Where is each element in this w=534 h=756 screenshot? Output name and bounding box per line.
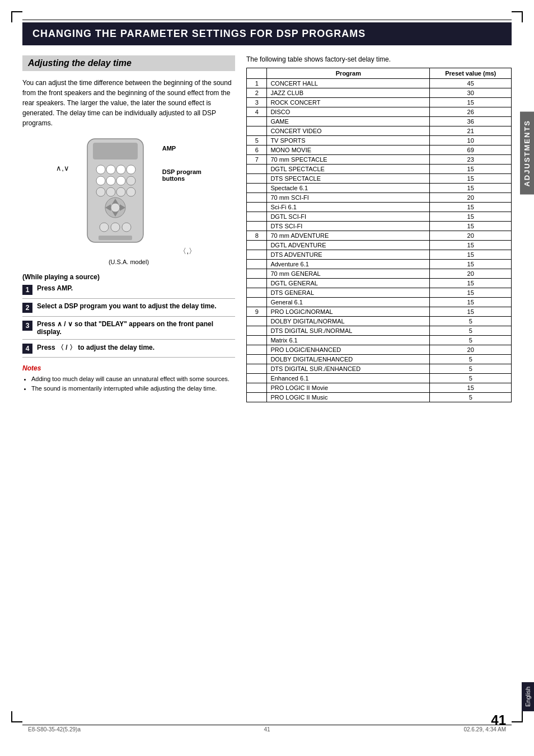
svg-point-21	[111, 223, 120, 232]
table-row: Sci-Fi 6.115	[247, 203, 512, 212]
table-row: DTS SCI-FI15	[247, 222, 512, 231]
row-preset: 20	[430, 345, 512, 355]
section-title: Adjusting the delay time	[22, 55, 235, 71]
row-program: DOLBY DIGITAL/NORMAL	[267, 317, 430, 326]
table-row: DGTL SPECTACLE15	[247, 165, 512, 174]
right-labels: AMP DSP program buttons	[162, 145, 202, 199]
row-program: CONCERT HALL	[267, 79, 430, 88]
amp-label: AMP	[162, 145, 202, 152]
row-preset: 20	[430, 193, 512, 203]
row-preset: 20	[430, 269, 512, 279]
row-num	[247, 345, 267, 355]
row-program: Enhanced 6.1	[267, 374, 430, 383]
playing-source-label: (While playing a source)	[22, 273, 235, 281]
svg-point-13	[127, 187, 135, 196]
row-preset: 15	[430, 98, 512, 107]
step-3-num: 3	[22, 321, 32, 331]
row-num: 7	[247, 155, 267, 165]
page-number: 41	[491, 712, 506, 728]
row-preset: 10	[430, 136, 512, 145]
remote-svg	[76, 136, 154, 248]
table-row: PRO LOGIC/ENHANCED20	[247, 345, 512, 355]
row-preset: 15	[430, 260, 512, 269]
row-program: CONCERT VIDEO	[267, 126, 430, 136]
row-program: JAZZ CLUB	[267, 88, 430, 98]
row-num: 8	[247, 231, 267, 241]
step-2-num: 2	[22, 303, 32, 313]
row-num	[247, 326, 267, 336]
table-row: 870 mm ADVENTURE20	[247, 231, 512, 241]
row-num: 1	[247, 79, 267, 88]
row-program: DGTL ADVENTURE	[267, 241, 430, 250]
row-num	[247, 193, 267, 203]
row-num: 3	[247, 98, 267, 107]
row-program: DTS SPECTACLE	[267, 174, 430, 184]
table-row: 9PRO LOGIC/NORMAL15	[247, 307, 512, 317]
row-program: PRO LOGIC II Movie	[267, 383, 430, 393]
row-preset: 15	[430, 279, 512, 288]
row-num	[247, 355, 267, 364]
row-program: DTS DIGITAL SUR./ENHANCED	[267, 364, 430, 374]
svg-rect-1	[93, 143, 138, 159]
row-num	[247, 269, 267, 279]
step-3-text: Press ∧ / ∨ so that "DELAY" appears on t…	[37, 320, 235, 336]
note-2: The sound is momentarily interrupted whi…	[31, 384, 235, 393]
row-program: DTS SCI-FI	[267, 222, 430, 231]
corner-mark-bl	[11, 711, 22, 722]
step-4: 4 Press 〈 / 〉 to adjust the delay time.	[22, 343, 235, 358]
row-program: ROCK CONCERT	[267, 98, 430, 107]
body-text: You can adjust the time difference betwe…	[22, 78, 235, 128]
svg-point-10	[96, 187, 105, 196]
svg-point-2	[96, 165, 105, 174]
notes-section: Notes Adding too much delay will cause a…	[22, 364, 235, 393]
row-program: PRO LOGIC/ENHANCED	[267, 345, 430, 355]
table-row: DGTL SCI-FI15	[247, 212, 512, 222]
row-program: 70 mm SCI-FI	[267, 193, 430, 203]
row-program: PRO LOGIC II Music	[267, 393, 430, 402]
row-num	[247, 126, 267, 136]
row-num	[247, 250, 267, 260]
row-preset: 23	[430, 155, 512, 165]
row-num	[247, 364, 267, 374]
table-row: 770 mm SPECTACLE23	[247, 155, 512, 165]
row-num	[247, 165, 267, 174]
english-tab: English	[522, 682, 534, 711]
table-row: 1CONCERT HALL45	[247, 79, 512, 88]
row-num: 2	[247, 88, 267, 98]
row-preset: 15	[430, 165, 512, 174]
remote-svg-container	[76, 136, 154, 250]
svg-point-4	[116, 165, 125, 174]
row-program: 70 mm SPECTACLE	[267, 155, 430, 165]
right-column: The following table shows factory-set de…	[246, 55, 512, 402]
row-num	[247, 336, 267, 345]
col-header-program: Program	[267, 68, 430, 79]
row-preset: 5	[430, 355, 512, 364]
row-num	[247, 393, 267, 402]
row-num	[247, 317, 267, 326]
row-preset: 26	[430, 107, 512, 117]
svg-point-3	[106, 165, 115, 174]
table-row: DTS GENERAL15	[247, 288, 512, 298]
row-num	[247, 203, 267, 212]
row-num	[247, 241, 267, 250]
step-2-text: Select a DSP program you want to adjust …	[37, 302, 235, 310]
row-preset: 5	[430, 374, 512, 383]
table-row: 6MONO MOVIE69	[247, 145, 512, 155]
table-row: 5TV SPORTS10	[247, 136, 512, 145]
top-rule	[22, 20, 512, 20]
step-4-text: Press 〈 / 〉 to adjust the delay time.	[37, 343, 235, 353]
footer-center: 41	[264, 726, 270, 732]
row-num	[247, 184, 267, 193]
table-row: 4DISCO26	[247, 107, 512, 117]
table-row: CONCERT VIDEO21	[247, 126, 512, 136]
row-preset: 15	[430, 383, 512, 393]
step-3: 3 Press ∧ / ∨ so that "DELAY" appears on…	[22, 320, 235, 340]
row-num	[247, 383, 267, 393]
row-preset: 5	[430, 393, 512, 402]
row-num	[247, 117, 267, 126]
table-row: PRO LOGIC II Movie15	[247, 383, 512, 393]
table-caption: The following table shows factory-set de…	[246, 55, 512, 63]
steps-container: (While playing a source) 1 Press AMP. 2 …	[22, 273, 235, 358]
svg-point-12	[116, 187, 125, 196]
remote-with-labels: ∧,∨	[56, 136, 202, 250]
